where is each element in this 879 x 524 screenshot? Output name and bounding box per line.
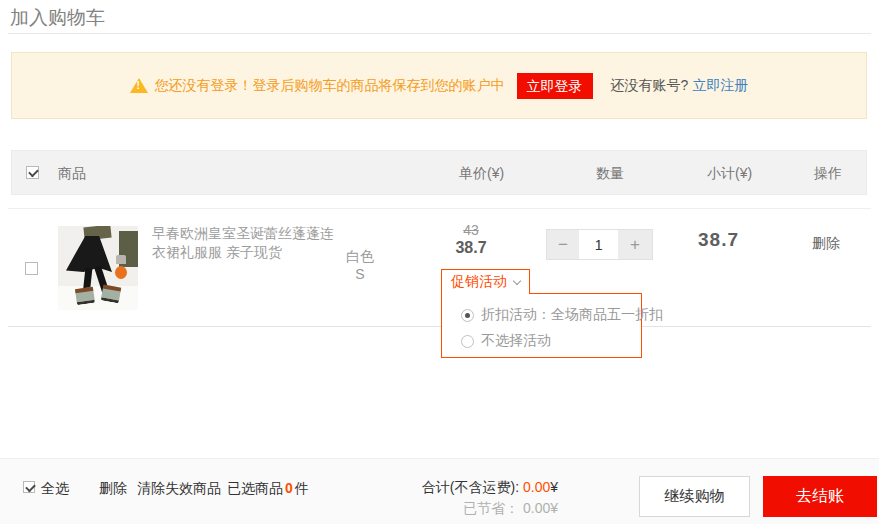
header-action: 操作 — [814, 165, 842, 183]
totals-block: 合计(不含运费): 0.00¥ 已节省： 0.00¥ — [380, 477, 558, 519]
selected-count-text: 已选商品0件 — [227, 480, 309, 498]
header-unit-price: 单价(¥) — [459, 165, 504, 183]
image-lamp-shade — [116, 255, 126, 264]
image-floor — [58, 286, 138, 310]
saved-label: 已节省： — [463, 500, 523, 516]
promo-option-0[interactable]: 折扣活动：全场商品五一折扣 — [454, 306, 641, 324]
total-value: 0.00 — [523, 479, 550, 495]
delete-item-link[interactable]: 删除 — [812, 235, 840, 253]
product-size: S — [330, 265, 390, 283]
shopping-cart-page: 加入购物车 您还没有登录！登录后购物车的商品将保存到您的账户中 立即登录 还没有… — [0, 0, 879, 524]
login-warning-text: 您还没有登录！登录后购物车的商品将保存到您的账户中 — [155, 77, 505, 95]
unit-price-cell: 43 38.7 — [440, 222, 502, 257]
register-now-link[interactable]: 立即注册 — [692, 77, 748, 95]
radio-icon[interactable] — [461, 309, 474, 322]
item-checkbox[interactable] — [25, 262, 38, 275]
image-boot — [75, 287, 95, 305]
product-image[interactable] — [58, 226, 138, 310]
product-title[interactable]: 早春欧洲皇室圣诞蕾丝蓬蓬连衣裙礼服服 亲子现货 — [152, 224, 342, 262]
promotion-label: 促销活动 — [451, 273, 507, 291]
image-boot — [101, 285, 122, 304]
login-now-button[interactable]: 立即登录 — [517, 73, 593, 99]
checkout-button[interactable]: 去结账 — [763, 476, 877, 517]
radio-icon[interactable] — [461, 335, 474, 348]
header-quantity: 数量 — [596, 165, 624, 183]
quantity-stepper: − + — [546, 229, 653, 260]
cart-table-header: 商品 单价(¥) 数量 小计(¥) 操作 — [11, 150, 867, 195]
product-variant: 白色 S — [330, 247, 390, 283]
warning-icon — [130, 78, 148, 93]
total-currency: ¥ — [550, 479, 558, 495]
selected-prefix: 已选商品 — [227, 480, 283, 496]
clear-invalid-link[interactable]: 清除失效商品 — [137, 480, 221, 498]
saved-value: 0.00¥ — [523, 500, 558, 516]
total-line: 合计(不含运费): 0.00¥ — [380, 477, 558, 498]
login-warning-banner: 您还没有登录！登录后购物车的商品将保存到您的账户中 立即登录 还没有账号? 立即… — [11, 52, 867, 119]
quantity-minus-button[interactable]: − — [547, 230, 579, 259]
chevron-down-icon — [513, 276, 521, 284]
promotion-dropdown-panel: 折扣活动：全场商品五一折扣 不选择活动 — [441, 293, 642, 358]
continue-shopping-button[interactable]: 继续购物 — [639, 476, 750, 517]
current-price: 38.7 — [440, 239, 502, 257]
saved-line: 已节省： 0.00¥ — [380, 498, 558, 519]
selected-suffix: 件 — [295, 480, 309, 496]
header-subtotal: 小计(¥) — [707, 165, 752, 183]
quantity-plus-button[interactable]: + — [618, 230, 652, 259]
promo-option-1[interactable]: 不选择活动 — [454, 332, 641, 350]
image-lamp — [115, 266, 127, 279]
promo-option-label: 折扣活动：全场商品五一折扣 — [481, 306, 663, 324]
total-label: 合计(不含运费): — [422, 479, 523, 495]
promotion-dropdown-toggle[interactable]: 促销活动 — [441, 269, 530, 294]
cart-footer-bar: 全选 删除 清除失效商品 已选商品0件 合计(不含运费): 0.00¥ 已节省：… — [0, 458, 879, 524]
select-all-header-checkbox[interactable] — [26, 166, 39, 179]
selected-count: 0 — [283, 480, 295, 496]
image-tutu-skirt — [66, 236, 112, 272]
select-all-label[interactable]: 全选 — [41, 480, 69, 498]
header-product: 商品 — [58, 165, 86, 183]
footer-delete-link[interactable]: 删除 — [99, 480, 127, 498]
select-all-footer-checkbox[interactable] — [23, 481, 35, 493]
title-divider — [8, 33, 871, 34]
quantity-input[interactable] — [579, 230, 618, 259]
product-color: 白色 — [330, 247, 390, 265]
page-title: 加入购物车 — [10, 5, 105, 31]
subtotal-value: 38.7 — [698, 229, 739, 251]
original-price: 43 — [440, 222, 502, 238]
promo-option-label: 不选择活动 — [481, 332, 551, 350]
no-account-text: 还没有账号? — [611, 77, 689, 95]
cart-item-row: 早春欧洲皇室圣诞蕾丝蓬蓬连衣裙礼服服 亲子现货 白色 S 43 38.7 − +… — [8, 208, 871, 327]
